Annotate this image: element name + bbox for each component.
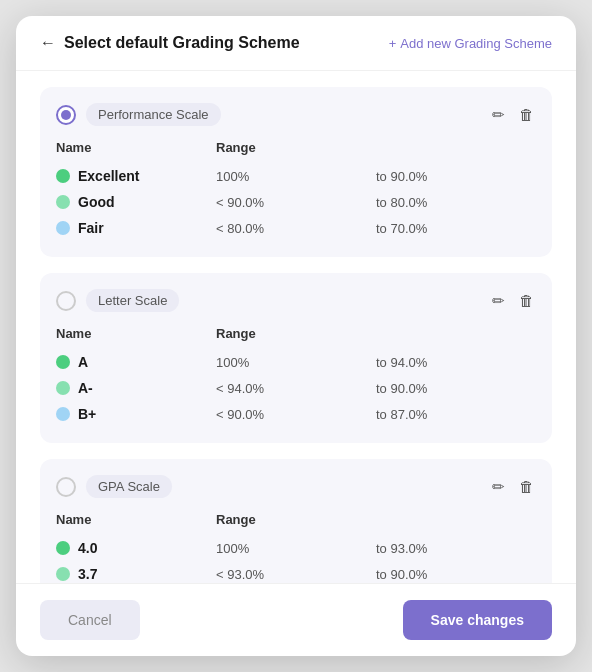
table-row: B+< 90.0%to 87.0% (56, 401, 536, 427)
grade-to: to 90.0% (376, 567, 536, 582)
table-row: Excellent100%to 90.0% (56, 163, 536, 189)
grade-range: < 93.0% (216, 567, 376, 582)
table-row: A100%to 94.0% (56, 349, 536, 375)
grade-name-text: A- (78, 380, 93, 396)
col-header-gpa-0: Name (56, 512, 216, 527)
table-row: A-< 94.0%to 90.0% (56, 375, 536, 401)
col-header-letter-0: Name (56, 326, 216, 341)
grade-dot (56, 381, 70, 395)
save-button[interactable]: Save changes (403, 600, 552, 640)
edit-button-letter[interactable]: ✏ (490, 290, 507, 312)
grade-range: < 80.0% (216, 221, 376, 236)
grade-range: < 90.0% (216, 407, 376, 422)
grade-name-text: 3.7 (78, 566, 97, 582)
col-header-performance-0: Name (56, 140, 216, 155)
scale-label-gpa: GPA Scale (86, 475, 172, 498)
grade-name-text: Excellent (78, 168, 139, 184)
grade-dot (56, 221, 70, 235)
scale-label-performance: Performance Scale (86, 103, 221, 126)
table-row: Good< 90.0%to 80.0% (56, 189, 536, 215)
grade-name-text: Good (78, 194, 115, 210)
modal-header: ← Select default Grading Scheme + Add ne… (16, 16, 576, 71)
scale-card-letter: Letter Scale✏🗑NameRangeA100%to 94.0%A-< … (40, 273, 552, 443)
scale-header-performance: Performance Scale✏🗑 (56, 103, 536, 126)
col-header-performance-2 (376, 140, 536, 155)
grade-dot (56, 355, 70, 369)
radio-performance[interactable] (56, 105, 76, 125)
add-scheme-label: Add new Grading Scheme (400, 36, 552, 51)
grade-range: < 90.0% (216, 195, 376, 210)
grade-to: to 80.0% (376, 195, 536, 210)
grade-range: 100% (216, 169, 376, 184)
col-header-letter-1: Range (216, 326, 376, 341)
edit-button-performance[interactable]: ✏ (490, 104, 507, 126)
modal-body: Performance Scale✏🗑NameRangeExcellent100… (16, 71, 576, 583)
back-button[interactable]: ← (40, 35, 56, 51)
grade-range: 100% (216, 355, 376, 370)
col-header-gpa-1: Range (216, 512, 376, 527)
grade-to: to 90.0% (376, 381, 536, 396)
grade-table-letter: NameRangeA100%to 94.0%A-< 94.0%to 90.0%B… (56, 326, 536, 427)
edit-button-gpa[interactable]: ✏ (490, 476, 507, 498)
col-header-performance-1: Range (216, 140, 376, 155)
grade-table-gpa: NameRange4.0100%to 93.0%3.7< 93.0%to 90.… (56, 512, 536, 583)
delete-button-letter[interactable]: 🗑 (517, 290, 536, 312)
grade-name-text: A (78, 354, 88, 370)
add-scheme-button[interactable]: + Add new Grading Scheme (389, 36, 552, 51)
scale-label-letter: Letter Scale (86, 289, 179, 312)
cancel-button[interactable]: Cancel (40, 600, 140, 640)
grade-range: 100% (216, 541, 376, 556)
grade-dot (56, 567, 70, 581)
table-row: 3.7< 93.0%to 90.0% (56, 561, 536, 583)
grade-to: to 90.0% (376, 169, 536, 184)
radio-gpa[interactable] (56, 477, 76, 497)
delete-button-gpa[interactable]: 🗑 (517, 476, 536, 498)
table-row: Fair< 80.0%to 70.0% (56, 215, 536, 241)
grade-to: to 70.0% (376, 221, 536, 236)
col-header-gpa-2 (376, 512, 536, 527)
scale-header-letter: Letter Scale✏🗑 (56, 289, 536, 312)
grade-to: to 94.0% (376, 355, 536, 370)
delete-button-performance[interactable]: 🗑 (517, 104, 536, 126)
grade-table-performance: NameRangeExcellent100%to 90.0%Good< 90.0… (56, 140, 536, 241)
grade-to: to 93.0% (376, 541, 536, 556)
grade-name-text: B+ (78, 406, 96, 422)
modal-footer: Cancel Save changes (16, 583, 576, 656)
grade-to: to 87.0% (376, 407, 536, 422)
table-row: 4.0100%to 93.0% (56, 535, 536, 561)
scale-card-performance: Performance Scale✏🗑NameRangeExcellent100… (40, 87, 552, 257)
scale-header-gpa: GPA Scale✏🗑 (56, 475, 536, 498)
grade-name-text: Fair (78, 220, 104, 236)
grade-dot (56, 195, 70, 209)
header-left: ← Select default Grading Scheme (40, 34, 300, 52)
col-header-letter-2 (376, 326, 536, 341)
grade-dot (56, 407, 70, 421)
modal-title: Select default Grading Scheme (64, 34, 300, 52)
modal: ← Select default Grading Scheme + Add ne… (16, 16, 576, 656)
grade-dot (56, 541, 70, 555)
grade-range: < 94.0% (216, 381, 376, 396)
plus-icon: + (389, 36, 397, 51)
grade-dot (56, 169, 70, 183)
grade-name-text: 4.0 (78, 540, 97, 556)
radio-letter[interactable] (56, 291, 76, 311)
scale-card-gpa: GPA Scale✏🗑NameRange4.0100%to 93.0%3.7< … (40, 459, 552, 583)
